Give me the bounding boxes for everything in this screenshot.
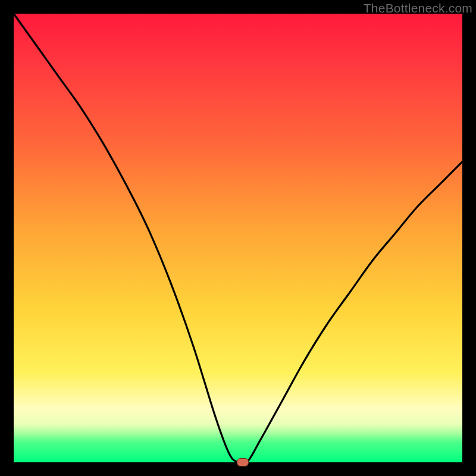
chart-frame: TheBottleneck.com	[0, 0, 476, 476]
optimal-point-marker	[237, 458, 249, 466]
bottleneck-curve	[14, 14, 462, 462]
watermark-text: TheBottleneck.com	[364, 1, 472, 15]
plot-area	[14, 14, 462, 462]
